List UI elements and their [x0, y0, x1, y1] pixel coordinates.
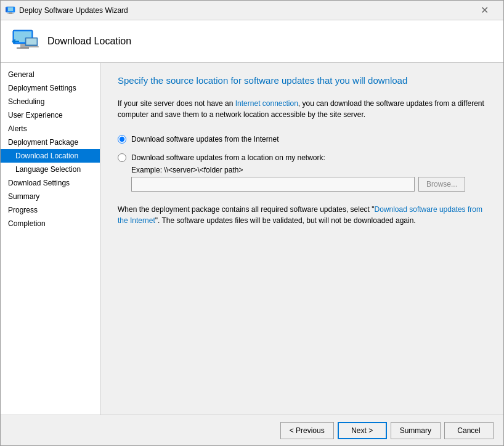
sidebar-item-scheduling[interactable]: Scheduling — [1, 95, 100, 108]
radio-internet-label[interactable]: Download software updates from the Inter… — [131, 135, 278, 144]
path-input-row: Browse... — [131, 177, 486, 192]
wizard-window: Deploy Software Updates Wizard ✕ Downloa… — [0, 0, 504, 446]
sidebar: General Deployment Settings Scheduling U… — [1, 63, 100, 415]
radio-internet[interactable] — [118, 135, 126, 144]
sidebar-item-user-experience[interactable]: User Experience — [1, 108, 100, 122]
footer-text-part2: ". The software updates files will be va… — [155, 216, 416, 225]
radio-network[interactable] — [118, 153, 126, 162]
radio-network-container: Download software updates from a locatio… — [118, 153, 486, 192]
svg-rect-8 — [17, 47, 29, 49]
header-panel: Download Location — [1, 20, 503, 63]
svg-rect-10 — [26, 39, 37, 45]
header-icon — [10, 26, 40, 56]
path-input[interactable] — [131, 177, 415, 192]
sidebar-item-progress[interactable]: Progress — [1, 203, 100, 217]
radio-group: Download software updates from the Inter… — [118, 135, 486, 192]
svg-rect-2 — [9, 12, 12, 14]
footer-info: When the deployment package contains all… — [118, 204, 486, 226]
sidebar-item-deployment-settings[interactable]: Deployment Settings — [1, 81, 100, 95]
main-content: Specify the source location for software… — [100, 63, 503, 415]
info-text-part1: If your site server does not have an — [118, 99, 235, 108]
summary-button[interactable]: Summary — [391, 422, 441, 439]
footer-text-part1: When the deployment package contains all… — [118, 205, 375, 214]
title-bar: Deploy Software Updates Wizard ✕ — [1, 1, 503, 20]
sidebar-item-general[interactable]: General — [1, 68, 100, 81]
title-bar-title: Deploy Software Updates Wizard — [19, 6, 470, 15]
sidebar-item-summary[interactable]: Summary — [1, 190, 100, 203]
network-path-group: Example: \\<server>\<folder path> Browse… — [131, 166, 486, 192]
content-area: General Deployment Settings Scheduling U… — [1, 63, 503, 415]
svg-rect-1 — [8, 7, 13, 11]
bottom-bar: < Previous Next > Summary Cancel — [1, 415, 503, 445]
radio-network-option: Download software updates from a locatio… — [118, 153, 486, 162]
svg-rect-3 — [7, 14, 14, 14]
main-heading: Specify the source location for software… — [118, 75, 486, 86]
sidebar-item-download-settings[interactable]: Download Settings — [1, 176, 100, 190]
sidebar-item-download-location[interactable]: Download Location — [1, 149, 100, 163]
previous-button[interactable]: < Previous — [280, 422, 334, 439]
sidebar-item-alerts[interactable]: Alerts — [1, 122, 100, 136]
radio-network-label[interactable]: Download software updates from a locatio… — [131, 153, 325, 162]
info-text: If your site server does not have an Int… — [118, 98, 486, 120]
close-button[interactable]: ✕ — [470, 1, 498, 20]
svg-rect-11 — [24, 46, 39, 47]
sidebar-item-language-selection[interactable]: Language Selection — [1, 163, 100, 176]
next-button[interactable]: Next > — [338, 422, 387, 439]
sidebar-item-completion[interactable]: Completion — [1, 217, 100, 230]
header-title: Download Location — [47, 36, 131, 47]
sidebar-item-deployment-package[interactable]: Deployment Package — [1, 136, 100, 149]
info-link[interactable]: Internet connection — [235, 99, 298, 108]
radio-internet-option: Download software updates from the Inter… — [118, 135, 486, 144]
browse-button[interactable]: Browse... — [418, 177, 465, 192]
title-bar-icon — [6, 6, 15, 15]
cancel-button[interactable]: Cancel — [444, 422, 494, 439]
example-text: Example: \\<server>\<folder path> — [131, 166, 486, 174]
